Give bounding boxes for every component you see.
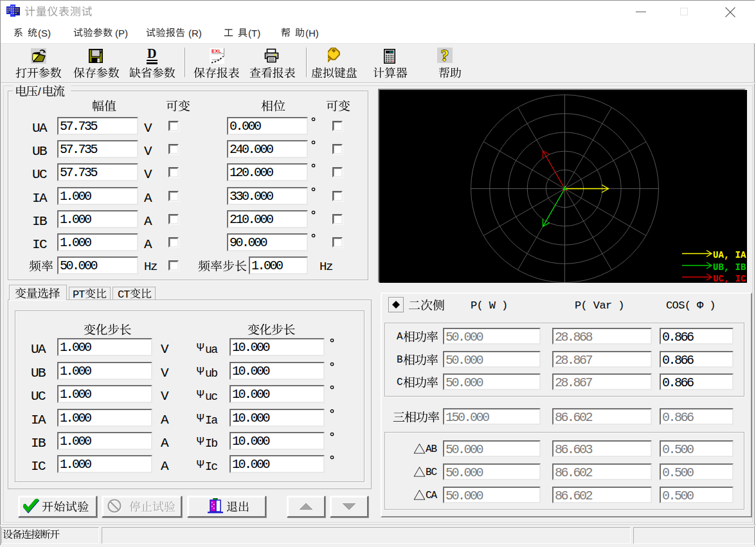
svg-text:UA, IA: UA, IA — [713, 250, 746, 260]
svg-text:?: ? — [441, 48, 449, 63]
svg-text:UB, IB: UB, IB — [713, 262, 746, 273]
svg-text:EXL: EXL — [212, 48, 221, 54]
svg-text:UC, IC: UC, IC — [713, 274, 746, 283]
